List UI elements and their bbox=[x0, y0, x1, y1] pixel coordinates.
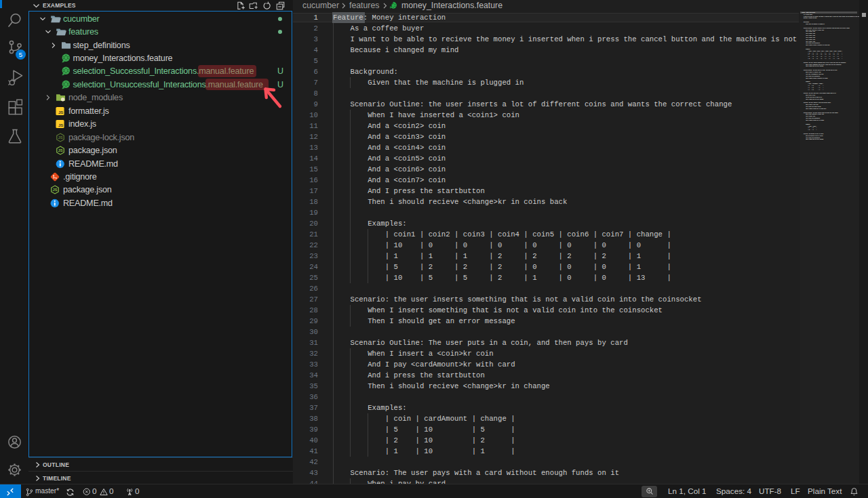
svg-text:JS: JS bbox=[58, 136, 63, 140]
svg-text:JS: JS bbox=[53, 188, 58, 192]
svg-text:JS: JS bbox=[58, 110, 63, 115]
svg-text:JS: JS bbox=[58, 149, 63, 153]
svg-text:JS: JS bbox=[58, 123, 63, 128]
